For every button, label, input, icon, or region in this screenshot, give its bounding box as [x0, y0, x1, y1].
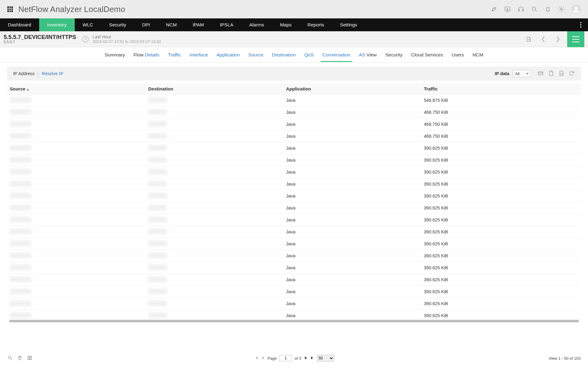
subtab-security[interactable]: Security [385, 48, 403, 61]
destination-ip[interactable] [148, 121, 167, 127]
source-ip[interactable] [10, 145, 31, 151]
footer-columns-icon[interactable] [27, 355, 32, 362]
table-row[interactable]: Java390.625 KiB [7, 274, 581, 286]
source-ip[interactable] [10, 193, 31, 198]
horizontal-scrollbar[interactable] [7, 319, 581, 323]
source-ip[interactable] [10, 133, 31, 139]
destination-ip[interactable] [148, 312, 167, 318]
kebab-icon[interactable] [576, 18, 585, 31]
page-input[interactable] [279, 355, 292, 361]
col-source[interactable]: Source▲ [7, 86, 148, 91]
source-ip[interactable] [10, 217, 31, 222]
destination-ip[interactable] [148, 97, 167, 103]
footer-search-icon[interactable] [7, 355, 13, 362]
nav-ncm[interactable]: NCM [158, 18, 185, 31]
table-row[interactable]: Java468.750 KiB [7, 130, 581, 142]
subtab-application[interactable]: Application [216, 48, 240, 61]
destination-ip[interactable] [148, 145, 167, 151]
panel-menu-button[interactable] [567, 31, 584, 47]
subtab-as-view[interactable]: AS View [358, 48, 377, 61]
destination-ip[interactable] [148, 109, 167, 115]
destination-ip[interactable] [148, 301, 167, 306]
bell-icon[interactable] [545, 6, 551, 13]
subtab-flow-details[interactable]: Flow Details [133, 48, 160, 61]
subtab-summary[interactable]: Summary [104, 48, 126, 61]
per-page-select[interactable]: 50 [317, 355, 334, 362]
prev-page-button[interactable] [261, 356, 265, 361]
destination-ip[interactable] [148, 205, 167, 210]
source-ip[interactable] [10, 181, 31, 186]
avatar-icon[interactable] [571, 5, 581, 14]
table-row[interactable]: Java468.750 KiB [7, 106, 581, 118]
source-ip[interactable] [10, 97, 31, 103]
destination-ip[interactable] [148, 277, 167, 282]
destination-ip[interactable] [148, 181, 167, 186]
nav-settings[interactable]: Settings [332, 18, 365, 31]
source-ip[interactable] [10, 312, 31, 318]
nav-dashboard[interactable]: Dashboard [0, 18, 39, 31]
nav-wlc[interactable]: WLC [75, 18, 101, 31]
subtab-interface[interactable]: Interface [189, 48, 209, 61]
nav-inventory[interactable]: Inventory [39, 18, 75, 31]
destination-ip[interactable] [148, 229, 167, 234]
next-icon[interactable] [552, 34, 564, 45]
table-row[interactable]: Java390.625 KiB [7, 154, 581, 166]
destination-ip[interactable] [148, 157, 167, 163]
subtab-destination[interactable]: Destination [271, 48, 296, 61]
subtab-users[interactable]: Users [451, 48, 464, 61]
table-row[interactable]: Java390.625 KiB [7, 262, 581, 274]
resolve-ip-link[interactable]: Resolve IP [42, 71, 63, 76]
table-row[interactable]: Java390.625 KiB [7, 238, 581, 250]
table-row[interactable]: Java390.625 KiB [7, 286, 581, 298]
gear-icon[interactable] [558, 6, 565, 13]
source-ip[interactable] [10, 289, 31, 294]
source-ip[interactable] [10, 277, 31, 282]
nav-ipsla[interactable]: IPSLA [212, 18, 241, 31]
search-icon[interactable] [531, 6, 538, 13]
table-row[interactable]: Java390.625 KiB [7, 190, 581, 202]
source-ip[interactable] [10, 241, 31, 246]
headset-icon[interactable] [518, 6, 524, 13]
nav-maps[interactable]: Maps [272, 18, 300, 31]
csv-icon[interactable]: CSV [558, 70, 564, 77]
source-ip[interactable] [10, 253, 31, 258]
table-row[interactable]: Java390.625 KiB [7, 166, 581, 178]
table-row[interactable]: Java390.625 KiB [7, 214, 581, 226]
subtab-qos[interactable]: QoS [304, 48, 315, 61]
destination-ip[interactable] [148, 133, 167, 139]
destination-ip[interactable] [148, 241, 167, 246]
nav-ipam[interactable]: IPAM [185, 18, 212, 31]
first-page-button[interactable] [254, 356, 258, 361]
destination-ip[interactable] [148, 169, 167, 174]
pdf-icon[interactable] [548, 70, 554, 77]
nav-security[interactable]: Security [101, 18, 134, 31]
time-range[interactable]: Last Hour 2023-03-27 12:52 to 2023-03-27… [81, 34, 161, 44]
source-ip[interactable] [10, 121, 31, 127]
table-row[interactable]: Java390.625 KiB [7, 310, 581, 319]
subtab-conversation[interactable]: Conversation [322, 48, 351, 61]
table-row[interactable]: Java468.750 KiB [7, 118, 581, 130]
destination-ip[interactable] [148, 217, 167, 222]
nav-reports[interactable]: Reports [300, 18, 332, 31]
table-row[interactable]: Java390.625 KiB [7, 250, 581, 262]
presentation-icon[interactable] [504, 6, 511, 13]
table-row[interactable]: Java390.625 KiB [7, 226, 581, 238]
apps-icon[interactable] [7, 6, 13, 12]
col-destination[interactable]: Destination [148, 86, 286, 91]
table-row[interactable]: Java390.625 KiB [7, 142, 581, 154]
subtab-traffic[interactable]: Traffic [168, 48, 182, 61]
rocket-icon[interactable] [491, 6, 497, 13]
destination-ip[interactable] [148, 265, 167, 270]
col-traffic[interactable]: Traffic [424, 86, 576, 91]
table-body[interactable]: Java546.875 KiBJava468.750 KiBJava468.75… [7, 94, 581, 319]
source-ip[interactable] [10, 157, 31, 163]
source-ip[interactable] [10, 265, 31, 270]
destination-ip[interactable] [148, 253, 167, 258]
source-ip[interactable] [10, 229, 31, 234]
export-pdf-icon[interactable]: PDF [523, 34, 534, 45]
table-row[interactable]: Java390.625 KiB [7, 298, 581, 310]
table-row[interactable]: Java390.625 KiB [7, 202, 581, 214]
col-application[interactable]: Application [286, 86, 424, 91]
source-ip[interactable] [10, 205, 31, 210]
prev-icon[interactable] [538, 34, 549, 45]
